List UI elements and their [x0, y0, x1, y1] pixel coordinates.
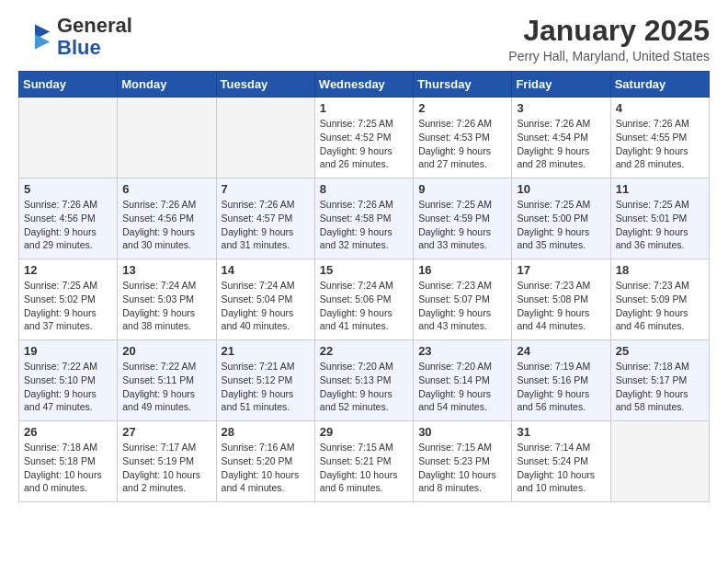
day-number: 14 [222, 263, 310, 277]
weekday-header-wednesday: Wednesday [314, 72, 413, 98]
empty-cell [610, 421, 709, 502]
week-row-4: 19Sunrise: 7:22 AM Sunset: 5:10 PM Dayli… [19, 340, 710, 421]
day-number: 16 [418, 263, 506, 277]
day-number: 25 [616, 344, 704, 358]
location: Perry Hall, Maryland, United States [508, 49, 710, 63]
weekday-header-sunday: Sunday [19, 72, 118, 98]
day-info: Sunrise: 7:23 AM Sunset: 5:09 PM Dayligh… [616, 279, 704, 333]
day-cell-19: 19Sunrise: 7:22 AM Sunset: 5:10 PM Dayli… [19, 340, 118, 421]
day-info: Sunrise: 7:15 AM Sunset: 5:21 PM Dayligh… [320, 441, 408, 495]
day-info: Sunrise: 7:20 AM Sunset: 5:14 PM Dayligh… [418, 360, 506, 414]
day-info: Sunrise: 7:23 AM Sunset: 5:08 PM Dayligh… [517, 279, 605, 333]
day-number: 22 [320, 344, 408, 358]
day-number: 17 [517, 263, 605, 277]
month-title: January 2025 [508, 15, 710, 47]
day-cell-11: 11Sunrise: 7:25 AM Sunset: 5:01 PM Dayli… [610, 178, 709, 259]
day-number: 29 [320, 425, 408, 439]
weekday-header-monday: Monday [118, 72, 216, 98]
day-number: 18 [616, 263, 704, 277]
day-number: 5 [24, 182, 112, 196]
day-info: Sunrise: 7:24 AM Sunset: 5:06 PM Dayligh… [320, 279, 408, 333]
weekday-header-saturday: Saturday [610, 72, 709, 98]
weekday-header-thursday: Thursday [414, 72, 512, 98]
day-cell-7: 7Sunrise: 7:26 AM Sunset: 4:57 PM Daylig… [216, 178, 314, 259]
day-info: Sunrise: 7:17 AM Sunset: 5:19 PM Dayligh… [122, 441, 210, 495]
weekday-header-tuesday: Tuesday [216, 72, 314, 98]
weekday-header-friday: Friday [512, 72, 610, 98]
day-number: 6 [122, 182, 210, 196]
day-cell-8: 8Sunrise: 7:26 AM Sunset: 4:58 PM Daylig… [314, 178, 413, 259]
day-number: 21 [222, 344, 310, 358]
day-number: 13 [122, 263, 210, 277]
day-number: 10 [517, 182, 605, 196]
day-info: Sunrise: 7:18 AM Sunset: 5:17 PM Dayligh… [616, 360, 704, 414]
day-info: Sunrise: 7:26 AM Sunset: 4:55 PM Dayligh… [616, 117, 704, 171]
day-info: Sunrise: 7:25 AM Sunset: 5:02 PM Dayligh… [24, 279, 112, 333]
day-info: Sunrise: 7:24 AM Sunset: 5:03 PM Dayligh… [122, 279, 210, 333]
day-info: Sunrise: 7:19 AM Sunset: 5:16 PM Dayligh… [517, 360, 605, 414]
empty-cell [216, 98, 314, 178]
day-info: Sunrise: 7:24 AM Sunset: 5:04 PM Dayligh… [222, 279, 310, 333]
day-number: 9 [418, 182, 506, 196]
empty-cell [19, 98, 118, 178]
day-info: Sunrise: 7:25 AM Sunset: 4:59 PM Dayligh… [418, 198, 506, 252]
day-number: 11 [616, 182, 704, 196]
day-info: Sunrise: 7:15 AM Sunset: 5:23 PM Dayligh… [418, 441, 506, 495]
logo: General Blue [18, 15, 132, 59]
day-cell-6: 6Sunrise: 7:26 AM Sunset: 4:56 PM Daylig… [118, 178, 216, 259]
day-cell-5: 5Sunrise: 7:26 AM Sunset: 4:56 PM Daylig… [19, 178, 118, 259]
week-row-2: 5Sunrise: 7:26 AM Sunset: 4:56 PM Daylig… [19, 178, 710, 259]
day-number: 7 [222, 182, 310, 196]
day-cell-22: 22Sunrise: 7:20 AM Sunset: 5:13 PM Dayli… [314, 340, 413, 421]
day-info: Sunrise: 7:16 AM Sunset: 5:20 PM Dayligh… [222, 441, 310, 495]
day-cell-4: 4Sunrise: 7:26 AM Sunset: 4:55 PM Daylig… [610, 98, 709, 178]
day-number: 28 [222, 425, 310, 439]
day-number: 30 [418, 425, 506, 439]
day-cell-13: 13Sunrise: 7:24 AM Sunset: 5:03 PM Dayli… [118, 259, 216, 340]
day-number: 3 [517, 101, 605, 115]
day-info: Sunrise: 7:22 AM Sunset: 5:10 PM Dayligh… [24, 360, 112, 414]
weekday-header-row: SundayMondayTuesdayWednesdayThursdayFrid… [19, 72, 710, 98]
logo-icon [18, 20, 51, 53]
day-cell-24: 24Sunrise: 7:19 AM Sunset: 5:16 PM Dayli… [512, 340, 610, 421]
day-info: Sunrise: 7:26 AM Sunset: 4:53 PM Dayligh… [418, 117, 506, 171]
page-header: General Blue January 2025 Perry Hall, Ma… [18, 15, 710, 63]
day-info: Sunrise: 7:26 AM Sunset: 4:54 PM Dayligh… [517, 117, 605, 171]
day-cell-9: 9Sunrise: 7:25 AM Sunset: 4:59 PM Daylig… [414, 178, 512, 259]
empty-cell [118, 98, 216, 178]
day-number: 23 [418, 344, 506, 358]
day-info: Sunrise: 7:23 AM Sunset: 5:07 PM Dayligh… [418, 279, 506, 333]
day-info: Sunrise: 7:14 AM Sunset: 5:24 PM Dayligh… [517, 441, 605, 495]
day-info: Sunrise: 7:21 AM Sunset: 5:12 PM Dayligh… [222, 360, 310, 414]
day-number: 12 [24, 263, 112, 277]
day-cell-15: 15Sunrise: 7:24 AM Sunset: 5:06 PM Dayli… [314, 259, 413, 340]
day-cell-1: 1Sunrise: 7:25 AM Sunset: 4:52 PM Daylig… [314, 98, 413, 178]
week-row-3: 12Sunrise: 7:25 AM Sunset: 5:02 PM Dayli… [19, 259, 710, 340]
day-info: Sunrise: 7:26 AM Sunset: 4:56 PM Dayligh… [122, 198, 210, 252]
day-info: Sunrise: 7:20 AM Sunset: 5:13 PM Dayligh… [320, 360, 408, 414]
day-number: 8 [320, 182, 408, 196]
day-number: 27 [122, 425, 210, 439]
day-cell-27: 27Sunrise: 7:17 AM Sunset: 5:19 PM Dayli… [118, 421, 216, 502]
day-info: Sunrise: 7:26 AM Sunset: 4:57 PM Dayligh… [222, 198, 310, 252]
day-number: 2 [418, 101, 506, 115]
day-cell-31: 31Sunrise: 7:14 AM Sunset: 5:24 PM Dayli… [512, 421, 610, 502]
day-number: 1 [320, 101, 408, 115]
day-info: Sunrise: 7:25 AM Sunset: 5:01 PM Dayligh… [616, 198, 704, 252]
day-number: 24 [517, 344, 605, 358]
day-cell-17: 17Sunrise: 7:23 AM Sunset: 5:08 PM Dayli… [512, 259, 610, 340]
day-cell-29: 29Sunrise: 7:15 AM Sunset: 5:21 PM Dayli… [314, 421, 413, 502]
day-number: 26 [24, 425, 112, 439]
day-info: Sunrise: 7:18 AM Sunset: 5:18 PM Dayligh… [24, 441, 112, 495]
day-cell-12: 12Sunrise: 7:25 AM Sunset: 5:02 PM Dayli… [19, 259, 118, 340]
day-cell-25: 25Sunrise: 7:18 AM Sunset: 5:17 PM Dayli… [610, 340, 709, 421]
day-cell-21: 21Sunrise: 7:21 AM Sunset: 5:12 PM Dayli… [216, 340, 314, 421]
day-info: Sunrise: 7:25 AM Sunset: 5:00 PM Dayligh… [517, 198, 605, 252]
day-cell-26: 26Sunrise: 7:18 AM Sunset: 5:18 PM Dayli… [19, 421, 118, 502]
logo-text: General Blue [57, 15, 132, 59]
week-row-1: 1Sunrise: 7:25 AM Sunset: 4:52 PM Daylig… [19, 98, 710, 178]
day-cell-2: 2Sunrise: 7:26 AM Sunset: 4:53 PM Daylig… [414, 98, 512, 178]
calendar: SundayMondayTuesdayWednesdayThursdayFrid… [18, 71, 710, 502]
day-cell-20: 20Sunrise: 7:22 AM Sunset: 5:11 PM Dayli… [118, 340, 216, 421]
day-number: 20 [122, 344, 210, 358]
